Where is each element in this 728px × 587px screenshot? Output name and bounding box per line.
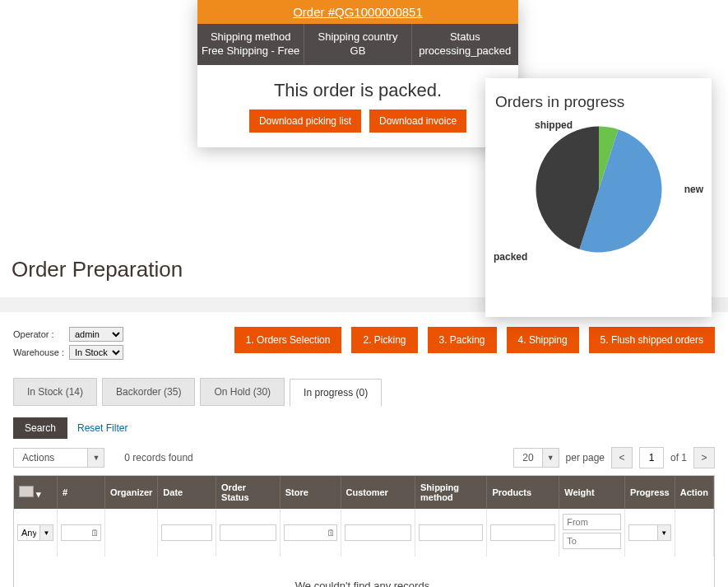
status-cell: Status processing_packed — [412, 24, 518, 65]
chevron-down-icon[interactable]: ▼ — [658, 524, 671, 541]
orders-table: ▾ # Organizer Date Order Status Store Cu… — [14, 476, 714, 587]
pie-label-new: new — [684, 184, 703, 195]
empty-row: We couldn't find any records. — [14, 557, 714, 587]
pie-chart: shipped new packed — [495, 119, 702, 300]
col-organizer[interactable]: Organizer — [104, 476, 157, 509]
records-found-text: 0 records found — [124, 452, 192, 464]
step-shipping-button[interactable]: 4. Shipping — [507, 327, 579, 353]
filter-progress-select[interactable]: ▼ — [628, 524, 671, 541]
step-orders-selection-button[interactable]: 1. Orders Selection — [234, 327, 342, 353]
col-number[interactable]: # — [58, 476, 105, 509]
order-detail-card: Order #QG1000000851 Shipping method Free… — [197, 0, 518, 147]
order-meta-row: Shipping method Free Shipping - Free Shi… — [197, 24, 518, 65]
filter-weight-to-input[interactable] — [563, 533, 621, 549]
operator-select[interactable]: admin — [69, 327, 123, 342]
col-checkbox[interactable]: ▾ — [14, 476, 58, 509]
filter-row: ▼ 🗓 🗓 ▼ — [14, 509, 714, 557]
reset-filter-link[interactable]: Reset Filter — [77, 422, 128, 434]
col-action[interactable]: Action — [675, 476, 713, 509]
chevron-down-icon[interactable]: ▼ — [40, 524, 53, 541]
status-label: Status — [450, 30, 480, 43]
shipping-method-label: Shipping method — [211, 30, 291, 43]
order-buttons: Download picking list Download invoice — [197, 109, 518, 147]
tab-on-hold[interactable]: On Hold (30) — [200, 378, 285, 406]
filter-bar: Search Reset Filter — [13, 417, 715, 439]
col-progress[interactable]: Progress — [625, 476, 675, 509]
grid-toolbar: Actions ▼ 0 records found 20 ▼ per page … — [13, 447, 715, 468]
filter-customer-input[interactable] — [345, 524, 411, 541]
checkbox-header-icon[interactable] — [19, 486, 34, 497]
shipping-method-value: Free Shipping - Free — [202, 44, 299, 57]
actions-dropdown-label: Actions — [13, 448, 88, 468]
filter-shipping-input[interactable] — [419, 524, 483, 541]
filter-status-input[interactable] — [220, 524, 276, 541]
filter-date-input[interactable] — [161, 524, 212, 541]
per-page-value: 20 — [513, 448, 542, 468]
col-order-status[interactable]: Order Status — [216, 476, 281, 509]
calendar-icon[interactable]: 🗓 — [90, 528, 100, 538]
empty-message: We couldn't find any records. — [14, 557, 714, 587]
filter-products-input[interactable] — [490, 524, 555, 541]
pie-label-packed: packed — [494, 251, 527, 263]
step-packing-button[interactable]: 3. Packing — [428, 327, 497, 353]
operator-warehouse-selectors: Operator : admin Warehouse : In Stock — [13, 327, 123, 360]
tabs: In Stock (14) Backorder (35) On Hold (30… — [13, 378, 715, 406]
shipping-country-label: Shipping country — [318, 30, 398, 43]
prev-page-button[interactable]: < — [611, 447, 633, 468]
chevron-down-icon[interactable]: ▼ — [543, 448, 559, 468]
controls-row: Operator : admin Warehouse : In Stock 1.… — [0, 327, 728, 360]
col-store[interactable]: Store — [280, 476, 341, 509]
search-button[interactable]: Search — [13, 417, 67, 439]
col-customer[interactable]: Customer — [341, 476, 415, 509]
step-picking-button[interactable]: 2. Picking — [351, 327, 417, 353]
filter-any-input[interactable] — [17, 524, 40, 541]
tab-in-stock[interactable]: In Stock (14) — [13, 378, 97, 406]
chevron-down-icon[interactable]: ▼ — [88, 448, 104, 468]
orders-in-progress-card: Orders in progress shipped new packed — [485, 78, 712, 317]
table-header-row: ▾ # Organizer Date Order Status Store Cu… — [14, 476, 714, 509]
shipping-method-cell: Shipping method Free Shipping - Free — [197, 24, 304, 65]
next-page-button[interactable]: > — [693, 447, 715, 468]
step-flush-button[interactable]: 5. Flush shipped orders — [589, 327, 715, 353]
operator-label: Operator : — [13, 329, 64, 339]
page-of-label: of 1 — [670, 452, 687, 464]
warehouse-select[interactable]: In Stock — [69, 345, 123, 360]
per-page-label: per page — [566, 452, 605, 464]
order-status-message: This order is packed. — [197, 65, 518, 109]
tab-in-progress[interactable]: In progress (0) — [290, 379, 382, 407]
filter-progress-input[interactable] — [628, 524, 658, 541]
order-title-link[interactable]: Order #QG1000000851 — [197, 0, 518, 24]
filter-weight-from-input[interactable] — [563, 514, 621, 530]
warehouse-label: Warehouse : — [13, 347, 64, 357]
shipping-country-value: GB — [350, 44, 366, 57]
per-page-select[interactable]: 20 ▼ — [513, 448, 559, 468]
status-value: processing_packed — [419, 44, 511, 57]
col-products[interactable]: Products — [487, 476, 559, 509]
pie-svg — [529, 119, 669, 259]
download-picking-list-button[interactable]: Download picking list — [249, 109, 361, 133]
workflow-steps: 1. Orders Selection 2. Picking 3. Packin… — [234, 327, 715, 353]
shipping-country-cell: Shipping country GB — [304, 24, 411, 65]
pager: 20 ▼ per page < of 1 > — [513, 447, 715, 468]
actions-dropdown[interactable]: Actions ▼ — [13, 448, 104, 468]
col-weight[interactable]: Weight — [559, 476, 625, 509]
orders-grid: ▾ # Organizer Date Order Status Store Cu… — [13, 475, 715, 587]
filter-weight-range — [563, 514, 621, 549]
tab-backorder[interactable]: Backorder (35) — [102, 378, 195, 406]
pie-label-shipped: shipped — [535, 119, 573, 131]
pie-chart-title: Orders in progress — [495, 93, 702, 111]
filter-checkbox-select[interactable]: ▼ — [17, 524, 53, 541]
col-shipping-method[interactable]: Shipping method — [415, 476, 487, 509]
page-number-input[interactable] — [639, 447, 664, 468]
calendar-icon[interactable]: 🗓 — [327, 528, 336, 538]
col-date[interactable]: Date — [158, 476, 216, 509]
download-invoice-button[interactable]: Download invoice — [369, 109, 466, 133]
